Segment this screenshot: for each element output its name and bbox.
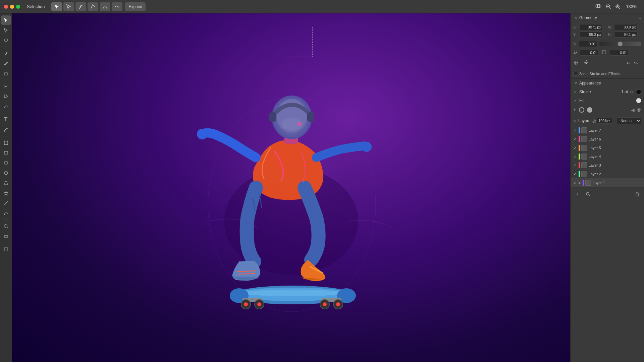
maximize-button[interactable] (16, 5, 20, 9)
geometry-collapse-icon[interactable]: ⌄ (639, 16, 641, 20)
rectangle-tool[interactable] (1, 148, 11, 158)
calligraphy-tool[interactable] (1, 125, 11, 134)
layer4-visibility-icon[interactable]: ✓ (573, 155, 577, 159)
w-input[interactable] (614, 24, 638, 30)
list-item[interactable]: ✓ ▶ Layer 1 (571, 178, 644, 187)
layer3-name: Layer 3 (589, 163, 642, 167)
layer2-visibility-icon[interactable]: ✓ (573, 172, 577, 176)
layers-close-icon[interactable]: ✕ (573, 119, 576, 123)
zoom-in-button[interactable] (614, 3, 622, 11)
layer3-visibility-icon[interactable]: ✓ (573, 163, 577, 168)
pencil-tool[interactable] (1, 59, 11, 68)
fill-type-icon[interactable] (587, 107, 592, 113)
h-field: H: (608, 32, 642, 38)
star-tool[interactable] (1, 188, 11, 198)
layer7-visibility-icon[interactable]: ✓ (573, 128, 577, 133)
stroke-color-swatch[interactable] (636, 89, 641, 95)
delete-appearance-icon[interactable]: 🗑 (637, 107, 641, 113)
opacity-field[interactable]: 100% ▾ (597, 118, 613, 124)
transform-tool[interactable] (1, 138, 11, 147)
x-input[interactable] (579, 24, 603, 30)
list-item[interactable]: ✓ Layer 6 (571, 135, 644, 143)
geometry-header: ✕ Geometry ⌄ (571, 13, 644, 22)
lasso-tool[interactable] (1, 36, 11, 45)
layer1-expand-icon[interactable]: ▶ (579, 181, 581, 185)
close-button[interactable] (4, 5, 8, 9)
scale-stroke-checkbox[interactable] (573, 72, 577, 76)
layer7-color-bar (579, 127, 580, 133)
scissors-tool[interactable]: ✂ (1, 82, 11, 91)
eraser-tool[interactable] (1, 69, 11, 78)
preview-toggle[interactable] (595, 3, 602, 11)
blend-mode-select[interactable]: Normal Multiply Screen Overlay (617, 117, 641, 124)
appearance-close-icon[interactable]: ✕ (573, 81, 578, 85)
svg-line-21 (4, 201, 8, 205)
minimize-button[interactable] (10, 5, 14, 9)
fill-check-icon[interactable]: ✓ (573, 99, 577, 103)
rounded-rect-tool[interactable] (1, 158, 11, 168)
curve-line-tool[interactable] (1, 208, 11, 218)
appearance-header: ✕ Appearance (571, 79, 644, 87)
h-input[interactable] (614, 32, 638, 38)
list-item[interactable]: ✓ Layer 7 (571, 126, 644, 135)
zoom-out-button[interactable] (604, 3, 612, 11)
artboard-tool[interactable] (1, 245, 11, 254)
rotation-input[interactable] (579, 41, 597, 47)
layer6-visibility-icon[interactable]: ✓ (573, 137, 577, 141)
pen-tool[interactable] (75, 2, 86, 11)
brush-tool[interactable] (1, 49, 11, 58)
skew-input[interactable] (610, 50, 628, 56)
mode-label: Selection (27, 4, 45, 9)
toolbar (51, 2, 122, 11)
move-appearance-icon[interactable]: ◀ (631, 107, 635, 113)
ellipse-tool[interactable] (1, 168, 11, 178)
stroke-settings-icon[interactable]: ⚙ (630, 89, 634, 95)
stroke-type-icon[interactable] (579, 107, 584, 113)
layer1-visibility-icon[interactable]: ✓ (573, 181, 577, 185)
search-layers-button[interactable] (584, 190, 592, 198)
list-item[interactable]: ✓ Layer 2 (571, 170, 644, 178)
select-tool[interactable] (1, 15, 11, 25)
add-appearance-icon[interactable]: + (573, 107, 576, 113)
node-tool[interactable] (88, 2, 98, 11)
rotation-slider[interactable] (599, 42, 641, 46)
measure-tool[interactable] (1, 232, 11, 241)
redo-button[interactable]: ↪ (633, 60, 639, 66)
line-tool[interactable] (1, 198, 11, 208)
list-item[interactable]: ✓ Layer 5 (571, 143, 644, 152)
stroke-check-icon[interactable]: ✓ (573, 90, 577, 94)
add-layer-button[interactable]: + (573, 190, 581, 198)
zoom-tool[interactable] (1, 222, 11, 231)
svg-point-55 (297, 122, 302, 126)
flip-horizontal-button[interactable] (573, 59, 581, 67)
geometry-panel: ✕ Geometry ⌄ X: W: Y: H: (571, 13, 644, 79)
shear-input[interactable] (580, 50, 598, 56)
geometry-close-icon[interactable]: ✕ (573, 15, 578, 20)
y-input[interactable] (579, 32, 603, 38)
paint-tool[interactable] (1, 92, 11, 101)
canvas-area[interactable] (12, 13, 570, 362)
type-tool[interactable]: T (1, 115, 11, 124)
svg-point-48 (257, 302, 261, 306)
undo-button[interactable]: ↩ (626, 60, 631, 66)
curve-tool-2[interactable] (112, 2, 122, 11)
direct-selection-tool[interactable] (63, 2, 74, 11)
flip-vertical-button[interactable] (583, 59, 590, 67)
appearance-panel: ✕ Appearance ✓ Stroke 1 pt ⚙ ✓ Fill + (571, 79, 644, 115)
layer5-visibility-icon[interactable]: ✓ (573, 146, 577, 150)
delete-layer-button[interactable] (633, 190, 641, 198)
rotation-thumb[interactable] (618, 42, 623, 46)
fill-color-swatch[interactable] (636, 98, 641, 103)
curve-tool-1[interactable] (100, 2, 110, 11)
svg-marker-20 (4, 191, 8, 195)
list-item[interactable]: ✓ Layer 3 (571, 161, 644, 170)
polygon-tool[interactable] (1, 178, 11, 188)
smudge-tool[interactable] (1, 102, 11, 111)
h-label: H: (608, 33, 613, 37)
selection-tool[interactable] (51, 2, 62, 11)
expand-button[interactable]: Expand (125, 2, 146, 11)
w-label: W: (608, 25, 613, 29)
selection-indicator (286, 27, 313, 57)
list-item[interactable]: ✓ Layer 4 (571, 152, 644, 161)
subselect-tool[interactable] (1, 25, 11, 35)
